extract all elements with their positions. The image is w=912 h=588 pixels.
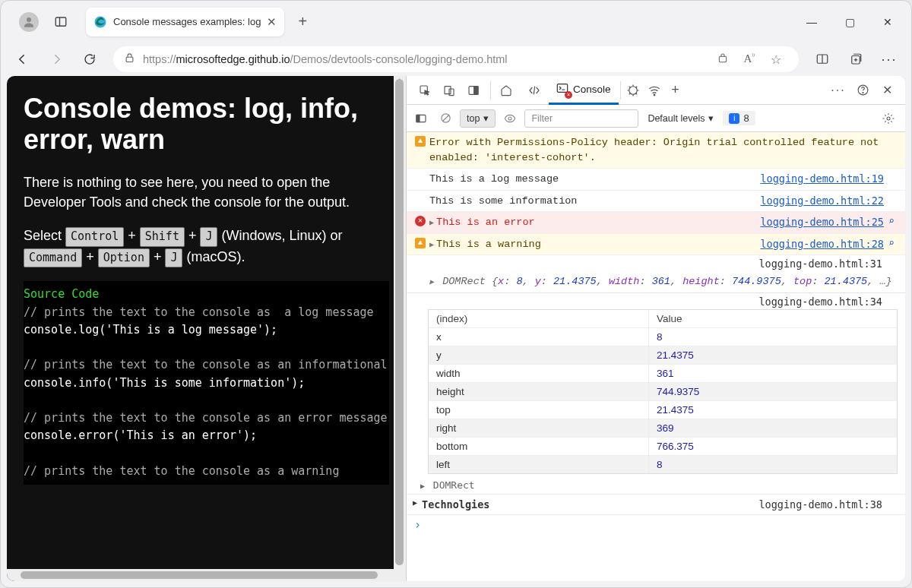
url-path: /Demos/devtools-console/logging-demo.htm… bbox=[290, 53, 507, 65]
console-row-log[interactable]: This is a log message logging-demo.html:… bbox=[407, 169, 905, 191]
network-conditions-icon[interactable] bbox=[644, 80, 665, 101]
table-cell: 744.9375 bbox=[649, 383, 897, 400]
console-row-table-source: logging-demo.html:34 bbox=[407, 293, 905, 309]
dock-side-icon[interactable] bbox=[463, 80, 484, 101]
new-tab-button[interactable]: + bbox=[298, 13, 307, 30]
search-icon[interactable]: ⌕ bbox=[884, 215, 899, 229]
table-cell: width bbox=[429, 365, 649, 382]
console-row-info[interactable]: This is some information logging-demo.ht… bbox=[407, 191, 905, 213]
table-cell: y bbox=[429, 346, 649, 364]
table-cell: 8 bbox=[649, 456, 897, 473]
console-table-footer[interactable]: ▶ DOMRect bbox=[407, 476, 905, 494]
browser-tab[interactable]: Console messages examples: log ✕ bbox=[86, 8, 284, 36]
table-cell: top bbox=[429, 401, 649, 419]
issues-count-badge[interactable]: i8 bbox=[723, 111, 755, 125]
svg-point-25 bbox=[508, 117, 511, 120]
filter-input[interactable]: Filter bbox=[524, 109, 638, 128]
table-cell: 21.4375 bbox=[649, 401, 897, 419]
source-link[interactable]: logging-demo.html:25 bbox=[754, 215, 884, 230]
kbd-control: Control bbox=[65, 227, 124, 247]
url-scheme: https:// bbox=[143, 53, 176, 65]
horizontal-scrollbar[interactable] bbox=[7, 569, 406, 581]
scroll-thumb[interactable] bbox=[395, 79, 404, 565]
log-levels-dropdown[interactable]: Default levels ▾ bbox=[648, 112, 714, 124]
chevron-down-icon: ▾ bbox=[483, 112, 489, 124]
live-expression-icon[interactable] bbox=[500, 109, 520, 128]
console-row-warning[interactable]: ▲ ▶This is a warning logging-demo.html:2… bbox=[407, 234, 905, 256]
source-link[interactable]: logging-demo.html:34 bbox=[758, 296, 882, 308]
collections-icon[interactable] bbox=[840, 46, 872, 72]
profile-avatar[interactable] bbox=[19, 12, 39, 32]
source-link[interactable]: logging-demo.html:19 bbox=[754, 172, 884, 187]
expand-toggle-icon[interactable]: ▶ bbox=[429, 277, 434, 289]
console-settings-icon[interactable] bbox=[881, 109, 901, 128]
tab-welcome[interactable] bbox=[492, 76, 520, 105]
svg-rect-15 bbox=[474, 86, 478, 94]
tab-close-icon[interactable]: ✕ bbox=[267, 15, 277, 29]
back-button[interactable] bbox=[7, 46, 39, 72]
expand-toggle-icon[interactable]: ▶ bbox=[429, 218, 434, 229]
demo-page: Console demos: log, info, error, warn Th… bbox=[7, 76, 406, 581]
help-icon[interactable] bbox=[852, 80, 873, 101]
kbd-j2: J bbox=[165, 248, 182, 268]
table-cell: height bbox=[429, 383, 649, 400]
window-minimize-button[interactable]: — bbox=[793, 7, 831, 37]
info-badge-icon: i bbox=[729, 113, 739, 124]
devtools-tabs: × Console + ··· ✕ bbox=[407, 76, 905, 105]
console-icon: × bbox=[556, 82, 568, 96]
console-row-technologies[interactable]: ▶ Technolgies logging-demo.html:38 bbox=[407, 494, 905, 514]
source-link[interactable]: logging-demo.html:38 bbox=[758, 498, 899, 511]
source-link[interactable]: logging-demo.html:28 bbox=[754, 237, 884, 252]
more-tabs-icon[interactable]: + bbox=[665, 80, 686, 101]
forward-button bbox=[40, 46, 72, 72]
table-cell: 21.4375 bbox=[649, 346, 897, 364]
inspect-element-icon[interactable] bbox=[414, 80, 435, 101]
favorite-icon[interactable]: ☆ bbox=[764, 52, 788, 67]
chevron-down-icon: ▾ bbox=[708, 112, 714, 124]
refresh-button[interactable] bbox=[74, 46, 106, 72]
console-prompt[interactable]: › bbox=[407, 514, 905, 535]
source-link[interactable]: logging-demo.html:22 bbox=[754, 194, 884, 209]
menu-button[interactable]: ··· bbox=[873, 46, 905, 72]
page-heading: Console demos: log, info, error, warn bbox=[24, 93, 389, 156]
issues-icon[interactable] bbox=[622, 80, 644, 101]
window-close-button[interactable]: ✕ bbox=[869, 7, 907, 37]
console-row-error[interactable]: ✕ ▶This is an error logging-demo.html:25… bbox=[407, 212, 905, 234]
devtools-close-icon[interactable]: ✕ bbox=[876, 80, 898, 101]
page-paragraph-1: There is nothing to see here, you need t… bbox=[24, 172, 389, 212]
tab-console[interactable]: × Console bbox=[549, 76, 619, 105]
device-emulation-icon[interactable] bbox=[439, 80, 460, 101]
console-sidebar-toggle-icon[interactable] bbox=[411, 109, 431, 128]
search-icon[interactable]: ⌕ bbox=[884, 237, 899, 251]
context-selector[interactable]: top ▾ bbox=[460, 109, 496, 128]
expand-toggle-icon[interactable]: ▶ bbox=[429, 240, 434, 251]
read-aloud-icon[interactable]: A⁾⁾ bbox=[737, 52, 762, 67]
svg-rect-4 bbox=[126, 57, 133, 62]
content-area: Console demos: log, info, error, warn Th… bbox=[7, 76, 905, 581]
workspaces-icon[interactable] bbox=[46, 8, 75, 36]
console-error-badge: × bbox=[565, 91, 572, 99]
console-row-permissions-warning[interactable]: ▲ Error with Permissions-Policy header: … bbox=[407, 132, 905, 169]
url-bar[interactable]: https://microsoftedge.github.io/Demos/de… bbox=[113, 46, 799, 72]
svg-line-24 bbox=[442, 115, 448, 122]
url-host: microsoftedge.github.io bbox=[176, 53, 290, 65]
svg-point-17 bbox=[629, 86, 637, 94]
kbd-option: Option bbox=[98, 248, 150, 268]
kbd-shift: Shift bbox=[140, 227, 185, 247]
window-maximize-button[interactable]: ▢ bbox=[831, 7, 869, 37]
hscroll-thumb[interactable] bbox=[21, 571, 378, 579]
shopping-icon[interactable] bbox=[711, 52, 735, 67]
tab-elements[interactable] bbox=[520, 76, 549, 105]
devtools-menu-icon[interactable]: ··· bbox=[828, 80, 849, 101]
console-row-domrect[interactable]: ▶ DOMRect {x: 8, y: 21.4375, width: 361,… bbox=[407, 271, 905, 293]
expand-toggle-icon[interactable]: ▶ bbox=[413, 498, 417, 511]
vertical-scrollbar[interactable]: ▲ ▼ bbox=[394, 76, 406, 581]
table-header-value[interactable]: Value bbox=[649, 310, 897, 327]
source-link[interactable]: logging-demo.html:31 bbox=[758, 258, 882, 270]
svg-point-20 bbox=[862, 92, 863, 93]
split-screen-icon[interactable] bbox=[806, 46, 838, 72]
expand-toggle-icon[interactable]: ▶ bbox=[420, 482, 425, 490]
kbd-command: Command bbox=[24, 248, 82, 268]
clear-console-icon[interactable] bbox=[435, 109, 455, 128]
table-header-index[interactable]: (index) bbox=[429, 310, 649, 327]
